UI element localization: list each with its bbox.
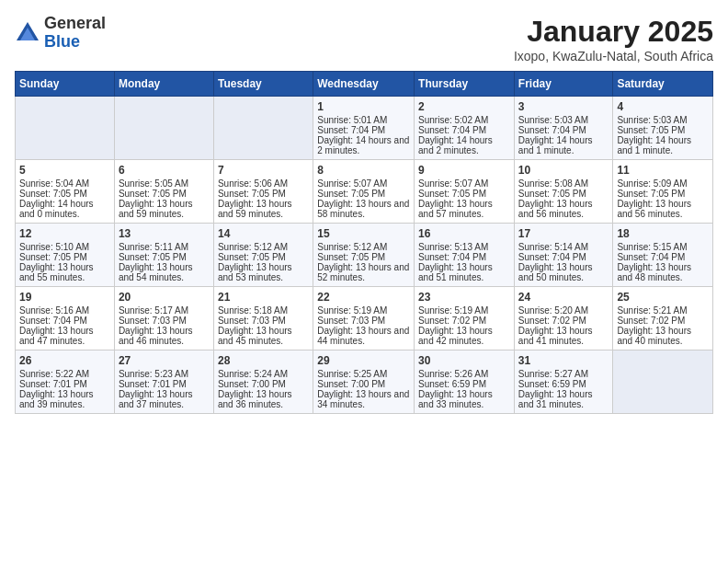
sunrise-text: Sunrise: 5:16 AM xyxy=(19,305,110,316)
sunrise-text: Sunrise: 5:26 AM xyxy=(418,369,510,379)
calendar-week-3: 12Sunrise: 5:10 AMSunset: 7:05 PMDayligh… xyxy=(16,224,713,287)
sunrise-text: Sunrise: 5:03 AM xyxy=(617,115,709,125)
sunrise-text: Sunrise: 5:24 AM xyxy=(218,369,309,379)
sunrise-text: Sunrise: 5:15 AM xyxy=(617,242,709,252)
weekday-header-monday: Monday xyxy=(114,72,213,97)
daylight-text: Daylight: 13 hours and 39 minutes. xyxy=(19,389,110,409)
calendar-cell: 11Sunrise: 5:09 AMSunset: 7:05 PMDayligh… xyxy=(613,160,713,224)
page-header: General Blue January 2025 Ixopo, KwaZulu… xyxy=(15,15,713,63)
daylight-text: Daylight: 13 hours and 54 minutes. xyxy=(119,262,210,282)
calendar-cell: 23Sunrise: 5:19 AMSunset: 7:02 PMDayligh… xyxy=(415,287,515,350)
weekday-header-tuesday: Tuesday xyxy=(213,72,313,97)
day-number: 28 xyxy=(218,354,309,367)
day-number: 26 xyxy=(19,354,110,367)
daylight-text: Daylight: 13 hours and 46 minutes. xyxy=(119,326,210,346)
sunrise-text: Sunrise: 5:06 AM xyxy=(218,178,309,189)
daylight-text: Daylight: 13 hours and 40 minutes. xyxy=(617,326,709,346)
sunset-text: Sunset: 7:05 PM xyxy=(119,252,210,262)
daylight-text: Daylight: 13 hours and 34 minutes. xyxy=(317,389,410,409)
daylight-text: Daylight: 14 hours and 1 minute. xyxy=(518,135,609,155)
day-number: 6 xyxy=(119,164,210,177)
day-number: 18 xyxy=(617,227,709,240)
daylight-text: Daylight: 13 hours and 33 minutes. xyxy=(418,389,510,409)
daylight-text: Daylight: 13 hours and 44 minutes. xyxy=(317,326,410,346)
daylight-text: Daylight: 13 hours and 53 minutes. xyxy=(218,262,309,282)
sunrise-text: Sunrise: 5:27 AM xyxy=(518,369,609,379)
calendar-cell: 14Sunrise: 5:12 AMSunset: 7:05 PMDayligh… xyxy=(213,224,313,287)
sunset-text: Sunset: 7:05 PM xyxy=(218,252,309,262)
calendar-week-5: 26Sunrise: 5:22 AMSunset: 7:01 PMDayligh… xyxy=(16,350,713,414)
sunset-text: Sunset: 7:04 PM xyxy=(418,125,510,135)
calendar-cell: 27Sunrise: 5:23 AMSunset: 7:01 PMDayligh… xyxy=(114,350,213,414)
calendar-cell xyxy=(213,97,313,160)
daylight-text: Daylight: 14 hours and 0 minutes. xyxy=(19,199,110,219)
daylight-text: Daylight: 13 hours and 41 minutes. xyxy=(518,326,609,346)
sunset-text: Sunset: 7:04 PM xyxy=(418,252,510,262)
logo-text: General Blue xyxy=(44,15,106,52)
sunrise-text: Sunrise: 5:11 AM xyxy=(119,242,210,252)
day-number: 17 xyxy=(518,227,609,240)
location: Ixopo, KwaZulu-Natal, South Africa xyxy=(514,49,713,63)
weekday-header-row: SundayMondayTuesdayWednesdayThursdayFrid… xyxy=(16,72,713,97)
sunrise-text: Sunrise: 5:14 AM xyxy=(518,242,609,252)
calendar-cell: 13Sunrise: 5:11 AMSunset: 7:05 PMDayligh… xyxy=(114,224,213,287)
sunset-text: Sunset: 7:02 PM xyxy=(418,316,510,326)
sunset-text: Sunset: 7:03 PM xyxy=(119,316,210,326)
sunset-text: Sunset: 7:05 PM xyxy=(317,189,410,199)
calendar-cell: 30Sunrise: 5:26 AMSunset: 6:59 PMDayligh… xyxy=(415,350,515,414)
sunrise-text: Sunrise: 5:17 AM xyxy=(119,305,210,316)
daylight-text: Daylight: 13 hours and 55 minutes. xyxy=(19,262,110,282)
daylight-text: Daylight: 13 hours and 48 minutes. xyxy=(617,262,709,282)
daylight-text: Daylight: 13 hours and 51 minutes. xyxy=(418,262,510,282)
daylight-text: Daylight: 14 hours and 2 minutes. xyxy=(317,135,410,155)
month-year: January 2025 xyxy=(514,15,713,49)
daylight-text: Daylight: 13 hours and 45 minutes. xyxy=(218,326,309,346)
sunset-text: Sunset: 7:03 PM xyxy=(317,316,410,326)
calendar-week-1: 1Sunrise: 5:01 AMSunset: 7:04 PMDaylight… xyxy=(16,97,713,160)
day-number: 29 xyxy=(317,354,410,367)
calendar-cell: 18Sunrise: 5:15 AMSunset: 7:04 PMDayligh… xyxy=(613,224,713,287)
sunset-text: Sunset: 7:05 PM xyxy=(617,189,709,199)
calendar-cell: 5Sunrise: 5:04 AMSunset: 7:05 PMDaylight… xyxy=(16,160,115,224)
sunset-text: Sunset: 6:59 PM xyxy=(518,379,609,389)
calendar-cell: 3Sunrise: 5:03 AMSunset: 7:04 PMDaylight… xyxy=(514,97,613,160)
title-block: January 2025 Ixopo, KwaZulu-Natal, South… xyxy=(514,15,713,63)
calendar-cell: 16Sunrise: 5:13 AMSunset: 7:04 PMDayligh… xyxy=(415,224,515,287)
calendar-cell: 29Sunrise: 5:25 AMSunset: 7:00 PMDayligh… xyxy=(313,350,415,414)
day-number: 31 xyxy=(518,354,609,367)
day-number: 9 xyxy=(418,164,510,177)
daylight-text: Daylight: 13 hours and 31 minutes. xyxy=(518,389,609,409)
calendar-cell: 15Sunrise: 5:12 AMSunset: 7:05 PMDayligh… xyxy=(313,224,415,287)
sunset-text: Sunset: 7:00 PM xyxy=(218,379,309,389)
sunrise-text: Sunrise: 5:08 AM xyxy=(518,178,609,189)
calendar-cell: 4Sunrise: 5:03 AMSunset: 7:05 PMDaylight… xyxy=(613,97,713,160)
weekday-header-friday: Friday xyxy=(514,72,613,97)
daylight-text: Daylight: 13 hours and 52 minutes. xyxy=(317,262,410,282)
sunrise-text: Sunrise: 5:13 AM xyxy=(418,242,510,252)
day-number: 12 xyxy=(19,227,110,240)
calendar-cell: 6Sunrise: 5:05 AMSunset: 7:05 PMDaylight… xyxy=(114,160,213,224)
sunset-text: Sunset: 7:05 PM xyxy=(617,125,709,135)
day-number: 11 xyxy=(617,164,709,177)
calendar-cell: 25Sunrise: 5:21 AMSunset: 7:02 PMDayligh… xyxy=(613,287,713,350)
day-number: 27 xyxy=(119,354,210,367)
sunrise-text: Sunrise: 5:20 AM xyxy=(518,305,609,316)
sunset-text: Sunset: 6:59 PM xyxy=(418,379,510,389)
day-number: 1 xyxy=(317,100,410,113)
day-number: 7 xyxy=(218,164,309,177)
day-number: 21 xyxy=(218,291,309,304)
logo-icon xyxy=(15,20,40,46)
calendar-cell xyxy=(16,97,115,160)
calendar-cell: 22Sunrise: 5:19 AMSunset: 7:03 PMDayligh… xyxy=(313,287,415,350)
sunset-text: Sunset: 7:02 PM xyxy=(518,316,609,326)
sunrise-text: Sunrise: 5:07 AM xyxy=(317,178,410,189)
day-number: 24 xyxy=(518,291,609,304)
daylight-text: Daylight: 13 hours and 50 minutes. xyxy=(518,262,609,282)
daylight-text: Daylight: 13 hours and 42 minutes. xyxy=(418,326,510,346)
day-number: 15 xyxy=(317,227,410,240)
daylight-text: Daylight: 13 hours and 36 minutes. xyxy=(218,389,309,409)
sunset-text: Sunset: 7:05 PM xyxy=(218,189,309,199)
sunset-text: Sunset: 7:03 PM xyxy=(218,316,309,326)
sunrise-text: Sunrise: 5:19 AM xyxy=(418,305,510,316)
sunrise-text: Sunrise: 5:21 AM xyxy=(617,305,709,316)
